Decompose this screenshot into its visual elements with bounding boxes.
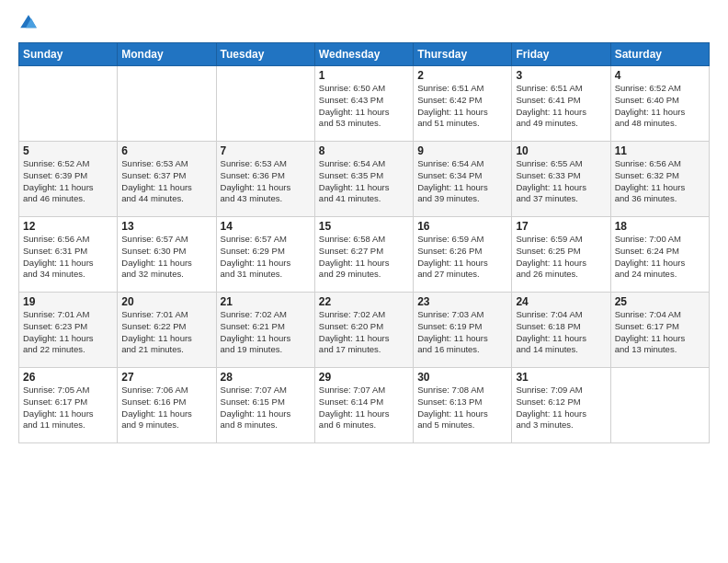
- day-info: Sunrise: 7:06 AM Sunset: 6:16 PM Dayligh…: [121, 385, 211, 431]
- day-number: 19: [23, 295, 113, 308]
- day-info: Sunrise: 6:59 AM Sunset: 6:26 PM Dayligh…: [417, 234, 507, 281]
- calendar-cell: [19, 66, 118, 142]
- calendar-cell: 29Sunrise: 7:07 AM Sunset: 6:14 PM Dayli…: [314, 368, 413, 443]
- weekday-header-monday: Monday: [118, 43, 216, 66]
- weekday-header-row: SundayMondayTuesdayWednesdayThursdayFrid…: [19, 43, 710, 66]
- weekday-header-saturday: Saturday: [610, 43, 709, 66]
- weekday-header-thursday: Thursday: [414, 43, 512, 66]
- calendar-cell: 13Sunrise: 6:57 AM Sunset: 6:30 PM Dayli…: [118, 217, 216, 293]
- calendar-cell: 7Sunrise: 6:53 AM Sunset: 6:36 PM Daylig…: [216, 142, 314, 217]
- day-info: Sunrise: 7:00 AM Sunset: 6:24 PM Dayligh…: [615, 234, 705, 281]
- day-number: 1: [319, 69, 409, 82]
- day-number: 11: [615, 144, 705, 157]
- calendar-cell: 28Sunrise: 7:07 AM Sunset: 6:15 PM Dayli…: [216, 368, 314, 443]
- week-row-1: 1Sunrise: 6:50 AM Sunset: 6:43 PM Daylig…: [19, 66, 710, 142]
- day-number: 29: [319, 371, 409, 384]
- calendar-cell: 24Sunrise: 7:04 AM Sunset: 6:18 PM Dayli…: [512, 293, 610, 368]
- day-info: Sunrise: 7:04 AM Sunset: 6:17 PM Dayligh…: [615, 309, 705, 356]
- day-info: Sunrise: 6:56 AM Sunset: 6:32 PM Dayligh…: [615, 158, 705, 205]
- calendar-cell: 2Sunrise: 6:51 AM Sunset: 6:42 PM Daylig…: [414, 66, 512, 142]
- day-info: Sunrise: 6:54 AM Sunset: 6:34 PM Dayligh…: [417, 158, 507, 205]
- day-info: Sunrise: 7:03 AM Sunset: 6:19 PM Dayligh…: [417, 309, 507, 356]
- day-info: Sunrise: 6:50 AM Sunset: 6:43 PM Dayligh…: [319, 83, 409, 130]
- day-number: 10: [516, 144, 606, 157]
- weekday-header-wednesday: Wednesday: [314, 43, 413, 66]
- week-row-4: 19Sunrise: 7:01 AM Sunset: 6:23 PM Dayli…: [19, 293, 710, 368]
- day-info: Sunrise: 6:51 AM Sunset: 6:42 PM Dayligh…: [417, 83, 507, 130]
- day-number: 28: [221, 371, 311, 384]
- day-number: 9: [417, 144, 507, 157]
- day-info: Sunrise: 6:57 AM Sunset: 6:29 PM Dayligh…: [221, 234, 311, 281]
- day-number: 18: [615, 220, 705, 233]
- calendar-cell: 19Sunrise: 7:01 AM Sunset: 6:23 PM Dayli…: [19, 293, 118, 368]
- day-info: Sunrise: 6:52 AM Sunset: 6:40 PM Dayligh…: [615, 83, 705, 130]
- calendar-cell: 17Sunrise: 6:59 AM Sunset: 6:25 PM Dayli…: [512, 217, 610, 293]
- day-info: Sunrise: 6:53 AM Sunset: 6:37 PM Dayligh…: [121, 158, 211, 205]
- day-info: Sunrise: 7:04 AM Sunset: 6:18 PM Dayligh…: [516, 309, 606, 356]
- week-row-3: 12Sunrise: 6:56 AM Sunset: 6:31 PM Dayli…: [19, 217, 710, 293]
- calendar-cell: [118, 66, 216, 142]
- calendar-cell: 23Sunrise: 7:03 AM Sunset: 6:19 PM Dayli…: [414, 293, 512, 368]
- calendar-cell: 30Sunrise: 7:08 AM Sunset: 6:13 PM Dayli…: [414, 368, 512, 443]
- day-info: Sunrise: 7:02 AM Sunset: 6:20 PM Dayligh…: [319, 309, 409, 356]
- day-number: 7: [221, 144, 311, 157]
- day-number: 5: [23, 144, 113, 157]
- calendar-cell: 12Sunrise: 6:56 AM Sunset: 6:31 PM Dayli…: [19, 217, 118, 293]
- day-info: Sunrise: 6:57 AM Sunset: 6:30 PM Dayligh…: [121, 234, 211, 281]
- calendar-cell: 15Sunrise: 6:58 AM Sunset: 6:27 PM Dayli…: [314, 217, 413, 293]
- day-number: 2: [417, 69, 507, 82]
- calendar-cell: 5Sunrise: 6:52 AM Sunset: 6:39 PM Daylig…: [19, 142, 118, 217]
- day-info: Sunrise: 7:01 AM Sunset: 6:23 PM Dayligh…: [23, 309, 113, 356]
- calendar-cell: 10Sunrise: 6:55 AM Sunset: 6:33 PM Dayli…: [512, 142, 610, 217]
- weekday-header-friday: Friday: [512, 43, 610, 66]
- page: SundayMondayTuesdayWednesdayThursdayFrid…: [0, 0, 728, 563]
- day-number: 27: [121, 371, 211, 384]
- day-info: Sunrise: 6:52 AM Sunset: 6:39 PM Dayligh…: [23, 158, 113, 205]
- day-info: Sunrise: 7:09 AM Sunset: 6:12 PM Dayligh…: [516, 385, 606, 431]
- day-number: 12: [23, 220, 113, 233]
- day-number: 22: [319, 295, 409, 308]
- day-number: 21: [221, 295, 311, 308]
- calendar-cell: 20Sunrise: 7:01 AM Sunset: 6:22 PM Dayli…: [118, 293, 216, 368]
- day-number: 20: [121, 295, 211, 308]
- calendar-cell: 6Sunrise: 6:53 AM Sunset: 6:37 PM Daylig…: [118, 142, 216, 217]
- calendar-cell: 8Sunrise: 6:54 AM Sunset: 6:35 PM Daylig…: [314, 142, 413, 217]
- calendar-cell: 26Sunrise: 7:05 AM Sunset: 6:17 PM Dayli…: [19, 368, 118, 443]
- day-number: 30: [417, 371, 507, 384]
- calendar-cell: 16Sunrise: 6:59 AM Sunset: 6:26 PM Dayli…: [414, 217, 512, 293]
- calendar-cell: 4Sunrise: 6:52 AM Sunset: 6:40 PM Daylig…: [610, 66, 709, 142]
- day-info: Sunrise: 7:01 AM Sunset: 6:22 PM Dayligh…: [121, 309, 211, 356]
- day-info: Sunrise: 7:02 AM Sunset: 6:21 PM Dayligh…: [221, 309, 311, 356]
- day-info: Sunrise: 7:08 AM Sunset: 6:13 PM Dayligh…: [417, 385, 507, 431]
- calendar-cell: 27Sunrise: 7:06 AM Sunset: 6:16 PM Dayli…: [118, 368, 216, 443]
- day-info: Sunrise: 6:51 AM Sunset: 6:41 PM Dayligh…: [516, 83, 606, 130]
- calendar-cell: [610, 368, 709, 443]
- day-info: Sunrise: 6:55 AM Sunset: 6:33 PM Dayligh…: [516, 158, 606, 205]
- day-info: Sunrise: 6:58 AM Sunset: 6:27 PM Dayligh…: [319, 234, 409, 281]
- day-info: Sunrise: 6:59 AM Sunset: 6:25 PM Dayligh…: [516, 234, 606, 281]
- calendar-cell: 21Sunrise: 7:02 AM Sunset: 6:21 PM Dayli…: [216, 293, 314, 368]
- day-number: 6: [121, 144, 211, 157]
- day-number: 15: [319, 220, 409, 233]
- day-info: Sunrise: 7:07 AM Sunset: 6:14 PM Dayligh…: [319, 385, 409, 431]
- week-row-5: 26Sunrise: 7:05 AM Sunset: 6:17 PM Dayli…: [19, 368, 710, 443]
- header: [18, 17, 710, 33]
- day-number: 17: [516, 220, 606, 233]
- day-number: 24: [516, 295, 606, 308]
- calendar-cell: 11Sunrise: 6:56 AM Sunset: 6:32 PM Dayli…: [610, 142, 709, 217]
- day-info: Sunrise: 6:56 AM Sunset: 6:31 PM Dayligh…: [23, 234, 113, 281]
- calendar: SundayMondayTuesdayWednesdayThursdayFrid…: [18, 42, 710, 443]
- calendar-cell: 1Sunrise: 6:50 AM Sunset: 6:43 PM Daylig…: [314, 66, 413, 142]
- day-number: 8: [319, 144, 409, 157]
- day-info: Sunrise: 7:05 AM Sunset: 6:17 PM Dayligh…: [23, 385, 113, 431]
- calendar-cell: 25Sunrise: 7:04 AM Sunset: 6:17 PM Dayli…: [610, 293, 709, 368]
- calendar-cell: [216, 66, 314, 142]
- day-number: 13: [121, 220, 211, 233]
- day-number: 14: [221, 220, 311, 233]
- calendar-cell: 9Sunrise: 6:54 AM Sunset: 6:34 PM Daylig…: [414, 142, 512, 217]
- day-info: Sunrise: 6:53 AM Sunset: 6:36 PM Dayligh…: [221, 158, 311, 205]
- day-number: 26: [23, 371, 113, 384]
- weekday-header-sunday: Sunday: [19, 43, 118, 66]
- day-number: 25: [615, 295, 705, 308]
- day-number: 31: [516, 371, 606, 384]
